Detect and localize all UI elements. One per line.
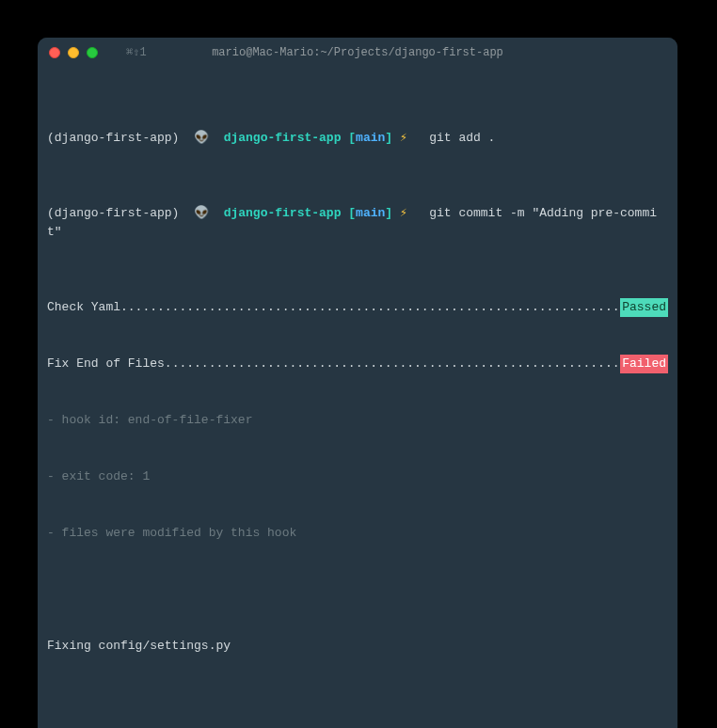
status-badge: Failed: [620, 355, 668, 373]
hook-modified-line: - files were modified by this hook: [47, 524, 668, 543]
status-badge: Passed: [620, 298, 668, 317]
title-bar: ⌘⇧1 mario@Mac-Mario:~/Projects/django-fi…: [38, 38, 677, 67]
project-name: django-first-app: [224, 131, 342, 145]
bolt-icon: ⚡: [400, 131, 407, 145]
bracket-close: ]: [385, 131, 392, 145]
dots-fill: [165, 355, 620, 373]
terminal-window: ⌘⇧1 mario@Mac-Mario:~/Projects/django-fi…: [38, 38, 677, 728]
bracket-open: [: [348, 131, 356, 145]
title-shortcut: ⌘⇧1: [126, 45, 147, 59]
venv-label: (django-first-app): [47, 206, 179, 220]
check-label: Check Yaml: [47, 298, 120, 317]
dots-fill: [120, 298, 620, 317]
traffic-lights: [49, 47, 98, 58]
hook-exit-line: - exit code: 1: [47, 467, 668, 486]
maximize-icon[interactable]: [87, 47, 98, 58]
alien-icon: 👽: [194, 206, 209, 220]
venv-label: (django-first-app): [47, 131, 179, 145]
command-text: git add .: [429, 131, 495, 145]
terminal-body[interactable]: (django-first-app) 👽 django-first-app [m…: [38, 67, 677, 728]
branch-name: main: [356, 131, 385, 145]
blank-line: [47, 693, 668, 712]
minimize-icon[interactable]: [68, 47, 79, 58]
project-name: django-first-app: [224, 206, 342, 220]
hook-id-line: - hook id: end-of-file-fixer: [47, 411, 668, 430]
bolt-icon: ⚡: [400, 206, 407, 220]
check-row: Fix End of FilesFailed: [47, 355, 668, 373]
bracket-open: [: [348, 206, 356, 220]
title-path: mario@Mac-Mario:~/Projects/django-first-…: [212, 46, 503, 59]
blank-line: [47, 580, 668, 599]
branch-name: main: [356, 206, 385, 220]
check-row: Check YamlPassed: [47, 298, 668, 317]
prompt-line: (django-first-app) 👽 django-first-app [m…: [47, 204, 668, 242]
close-icon[interactable]: [49, 47, 60, 58]
bracket-close: ]: [385, 206, 392, 220]
fix-message: Fixing config/settings.py: [47, 637, 668, 656]
alien-icon: 👽: [194, 131, 209, 145]
prompt-line: (django-first-app) 👽 django-first-app [m…: [47, 129, 668, 148]
check-label: Fix End of Files: [47, 355, 165, 373]
